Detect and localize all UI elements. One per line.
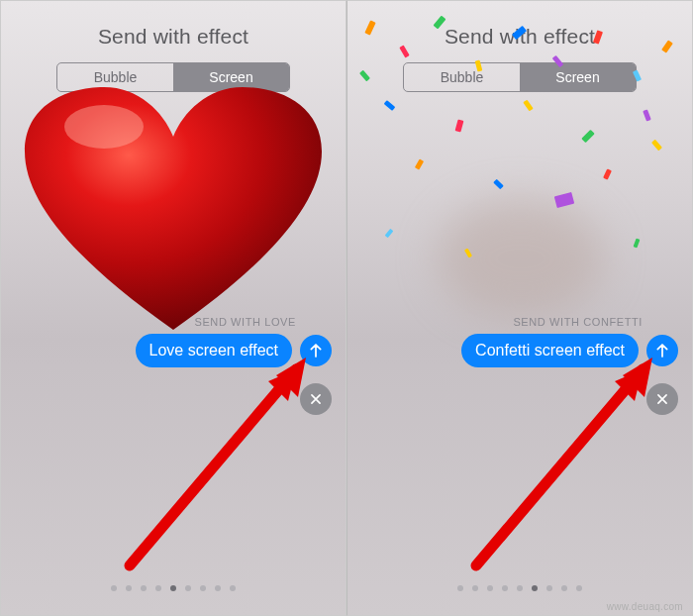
confetti-piece <box>455 119 464 132</box>
confetti-piece <box>384 100 396 111</box>
confetti-piece <box>493 179 504 190</box>
page-indicator[interactable] <box>457 585 582 591</box>
page-dot[interactable] <box>185 585 191 591</box>
confetti-piece <box>554 192 574 208</box>
annotation-arrow <box>120 348 328 575</box>
tab-bubble[interactable]: Bubble <box>404 63 520 91</box>
arrow-up-icon <box>654 343 670 359</box>
confetti-piece <box>385 229 394 238</box>
page-title: Send with effect <box>1 25 346 49</box>
page-dot[interactable] <box>230 585 236 591</box>
svg-marker-1 <box>268 369 296 401</box>
confetti-piece <box>523 100 533 112</box>
effect-tabs: Bubble Screen <box>403 62 637 92</box>
page-dot[interactable] <box>532 585 538 591</box>
tab-screen[interactable]: Screen <box>520 63 636 91</box>
blur-decor <box>437 199 605 318</box>
confetti-piece <box>634 239 641 249</box>
page-dot[interactable] <box>561 585 567 591</box>
send-button[interactable] <box>300 335 332 366</box>
confetti-piece <box>581 130 594 143</box>
close-icon <box>655 392 669 406</box>
page-dot[interactable] <box>170 585 176 591</box>
watermark: www.deuaq.com <box>607 601 683 612</box>
left-pane: Send with effect Bubble Screen SEND WITH… <box>0 0 346 616</box>
page-dot[interactable] <box>155 585 161 591</box>
message-bubble: Love screen effect <box>136 334 292 367</box>
heart-effect-preview <box>15 82 332 340</box>
page-dot[interactable] <box>576 585 582 591</box>
close-button[interactable] <box>300 383 332 415</box>
confetti-piece <box>651 140 662 152</box>
page-dot[interactable] <box>517 585 523 591</box>
heart-icon <box>15 82 332 340</box>
send-button[interactable] <box>646 335 678 366</box>
page-dot[interactable] <box>487 585 493 591</box>
svg-marker-3 <box>615 369 643 401</box>
confetti-piece <box>415 158 424 169</box>
page-dot[interactable] <box>546 585 552 591</box>
effect-name-label: SEND WITH LOVE <box>194 316 296 328</box>
page-dot[interactable] <box>502 585 508 591</box>
close-button[interactable] <box>646 383 678 415</box>
annotation-arrow <box>466 348 674 575</box>
page-indicator[interactable] <box>111 585 236 591</box>
close-icon <box>309 392 323 406</box>
svg-point-0 <box>64 105 144 149</box>
page-dot[interactable] <box>215 585 221 591</box>
page-dot[interactable] <box>457 585 463 591</box>
page-dot[interactable] <box>472 585 478 591</box>
page-dot[interactable] <box>200 585 206 591</box>
page-dot[interactable] <box>141 585 147 591</box>
right-pane: Send with effect Bubble Screen SEND WITH… <box>346 0 693 616</box>
page-dot[interactable] <box>111 585 117 591</box>
confetti-piece <box>603 168 612 179</box>
effect-name-label: SEND WITH CONFETTI <box>513 316 643 328</box>
header: Send with effect Bubble Screen <box>1 1 346 92</box>
confetti-piece <box>643 109 650 121</box>
arrow-up-icon <box>308 343 324 359</box>
message-row: Love screen effect <box>136 334 332 367</box>
message-row: Confetti screen effect <box>461 334 678 367</box>
message-bubble: Confetti screen effect <box>461 334 639 367</box>
page-dot[interactable] <box>126 585 132 591</box>
